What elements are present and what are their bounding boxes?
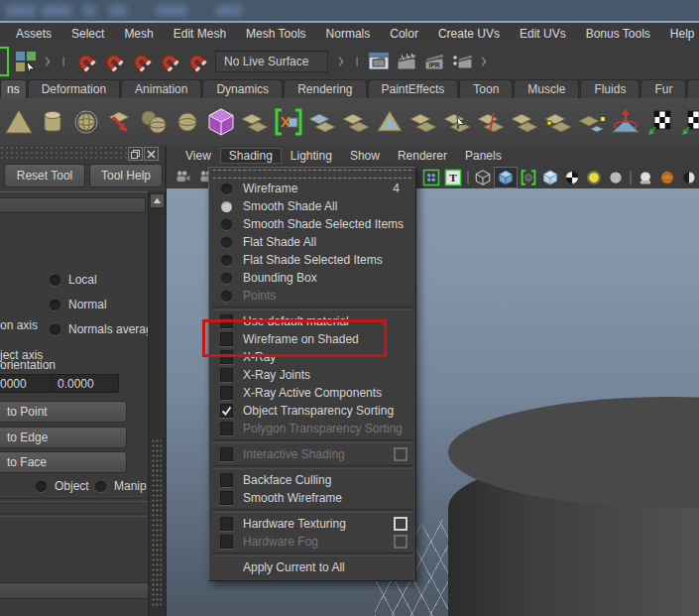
- set-to-face-button[interactable]: to Face: [0, 451, 127, 473]
- poly-quad-draw-icon[interactable]: [575, 105, 608, 139]
- motion-path-icon[interactable]: [609, 105, 641, 139]
- menu-edit-mesh[interactable]: Edit Mesh: [164, 27, 236, 41]
- poly-sphere-icon[interactable]: [171, 105, 203, 139]
- viewport-menu-lighting[interactable]: Lighting: [282, 148, 341, 164]
- orientation-field-y[interactable]: 0.0000: [52, 374, 119, 393]
- poly-reduce-icon[interactable]: [508, 105, 540, 139]
- viewport-menu-panels[interactable]: Panels: [456, 148, 511, 164]
- snap-to-curve-icon[interactable]: [100, 49, 126, 74]
- checker-flag-2-icon[interactable]: [676, 105, 699, 139]
- poly-cone-icon[interactable]: [2, 105, 35, 139]
- poly-uv-cube-icon[interactable]: [204, 105, 237, 139]
- shadows-icon[interactable]: [605, 168, 627, 187]
- collapsed-section-bar[interactable]: [0, 582, 149, 599]
- menu-mesh[interactable]: Mesh: [114, 27, 163, 41]
- snap-to-grid-icon[interactable]: [72, 49, 98, 74]
- motion-blur-icon[interactable]: [656, 168, 678, 187]
- shelf-tab-ns[interactable]: ns: [0, 79, 27, 98]
- menu-mesh-tools[interactable]: Mesh Tools: [236, 27, 315, 41]
- select-camera-icon[interactable]: [173, 167, 194, 186]
- radio-local[interactable]: Local: [50, 272, 97, 288]
- tool-panel-scrollbar[interactable]: [148, 191, 165, 616]
- viewport-menu-view[interactable]: View: [176, 148, 220, 164]
- menu-item-flat-shade-all[interactable]: Flat Shade All: [209, 233, 415, 251]
- chevron-icon[interactable]: [41, 49, 55, 74]
- poly-component-icon[interactable]: [440, 105, 473, 139]
- use-all-lights-icon[interactable]: [561, 168, 583, 187]
- snap-to-projected-center-icon[interactable]: [156, 49, 181, 74]
- menu-item-x-ray-active-components[interactable]: X-Ray Active Components: [209, 384, 415, 402]
- selection-layout-icon[interactable]: [13, 49, 39, 74]
- chevron-icon[interactable]: [334, 49, 348, 74]
- radio-normal[interactable]: Normal: [50, 297, 107, 312]
- poly-cone-face-icon[interactable]: [373, 105, 406, 139]
- chevron-icon[interactable]: [477, 49, 491, 74]
- ipr-render-icon[interactable]: IPR: [421, 49, 447, 74]
- snap-to-point-icon[interactable]: [128, 49, 154, 74]
- field-chart-icon[interactable]: T: [442, 168, 464, 187]
- menu-item-wireframe[interactable]: Wireframe4: [209, 180, 415, 197]
- poly-merge-icon[interactable]: [305, 105, 338, 139]
- radio-object[interactable]: Object: [36, 478, 89, 494]
- close-icon[interactable]: [144, 147, 159, 161]
- clipped-tool-icon[interactable]: [0, 47, 9, 76]
- menu-color[interactable]: Color: [380, 27, 428, 41]
- shelf-tab-muscle[interactable]: Muscle: [514, 79, 579, 98]
- textured-display-icon[interactable]: [539, 168, 561, 187]
- live-surface-field[interactable]: No Live Surface: [215, 51, 328, 72]
- shelf-tab-fur[interactable]: Fur: [641, 79, 686, 98]
- multisample-icon[interactable]: [678, 168, 699, 187]
- radio-normals-averaged[interactable]: Normals averag: [50, 321, 153, 337]
- isolate-select-icon[interactable]: [518, 168, 539, 187]
- set-to-point-button[interactable]: to Point: [0, 401, 127, 423]
- separator-handle-icon[interactable]: [350, 49, 364, 74]
- menu-help[interactable]: Help: [660, 27, 699, 41]
- shelf-tab-dynamics[interactable]: Dynamics: [202, 79, 283, 98]
- shelf-tab-painteffects[interactable]: PaintEffects: [368, 79, 459, 98]
- menu-item-x-ray[interactable]: X-Ray: [209, 348, 415, 366]
- menu-item-apply-current-to-all[interactable]: Apply Current to All: [209, 558, 415, 576]
- poly-cylinder-icon[interactable]: [36, 105, 68, 139]
- image-plane-icon[interactable]: [420, 168, 442, 187]
- snap-to-view-plane-icon[interactable]: [183, 49, 209, 74]
- wireframe-display-icon[interactable]: [472, 168, 494, 187]
- menu-create-uvs[interactable]: Create UVs: [428, 27, 510, 41]
- poly-spheres-icon[interactable]: [137, 105, 170, 139]
- shelf-tab-animation[interactable]: Animation: [121, 79, 201, 98]
- float-window-icon[interactable]: [128, 147, 143, 161]
- poly-split-icon[interactable]: [474, 105, 507, 139]
- shelf-tab-toon[interactable]: Toon: [459, 79, 513, 98]
- poly-cut-tool-icon[interactable]: [272, 105, 304, 139]
- tool-help-button[interactable]: Tool Help: [89, 164, 163, 187]
- option-box-icon[interactable]: [394, 517, 408, 531]
- smooth-shade-display-icon[interactable]: [494, 167, 518, 188]
- set-to-edge-button[interactable]: to Edge: [0, 427, 127, 448]
- menu-item-object-transparency-sorting[interactable]: Object Transparency Sorting: [209, 402, 415, 420]
- menu-item-smooth-shade-selected-items[interactable]: Smooth Shade Selected Items: [209, 215, 415, 233]
- viewport-menu-renderer[interactable]: Renderer: [389, 148, 456, 164]
- menu-item-hardware-texturing[interactable]: Hardware Texturing: [209, 515, 415, 533]
- panel-drag-bar[interactable]: [0, 146, 149, 160]
- menu-item-smooth-shade-all[interactable]: Smooth Shade All: [209, 197, 415, 215]
- menu-edit-uvs[interactable]: Edit UVs: [510, 27, 576, 41]
- viewport-menu-show[interactable]: Show: [341, 148, 389, 164]
- poly-fold-icon[interactable]: [238, 105, 271, 139]
- menu-item-x-ray-joints[interactable]: X-Ray Joints: [209, 366, 415, 384]
- poly-sphere-outline-icon[interactable]: [69, 105, 102, 139]
- menu-item-use-default-material[interactable]: Use default material: [209, 312, 415, 330]
- render-settings-icon[interactable]: [449, 49, 475, 74]
- poly-separate-icon[interactable]: [103, 105, 136, 139]
- menu-tearoff-handle[interactable]: [213, 170, 411, 179]
- shelf-tab-fluids[interactable]: Fluids: [580, 79, 640, 98]
- shelf-tab-rendering[interactable]: Rendering: [284, 79, 366, 98]
- menu-assets[interactable]: Assets: [6, 27, 61, 41]
- default-lighting-icon[interactable]: [583, 168, 605, 187]
- viewport-menu-shading[interactable]: Shading: [220, 148, 282, 164]
- checker-flag-icon[interactable]: [642, 105, 675, 139]
- poly-mirror-icon[interactable]: [541, 105, 574, 139]
- reset-tool-button[interactable]: Reset Tool: [4, 164, 85, 187]
- menu-item-backface-culling[interactable]: Backface Culling: [209, 471, 415, 489]
- scroll-up-icon[interactable]: [150, 193, 165, 208]
- menu-item-smooth-wireframe[interactable]: Smooth Wireframe: [209, 489, 415, 507]
- separator-handle-icon[interactable]: [57, 49, 70, 74]
